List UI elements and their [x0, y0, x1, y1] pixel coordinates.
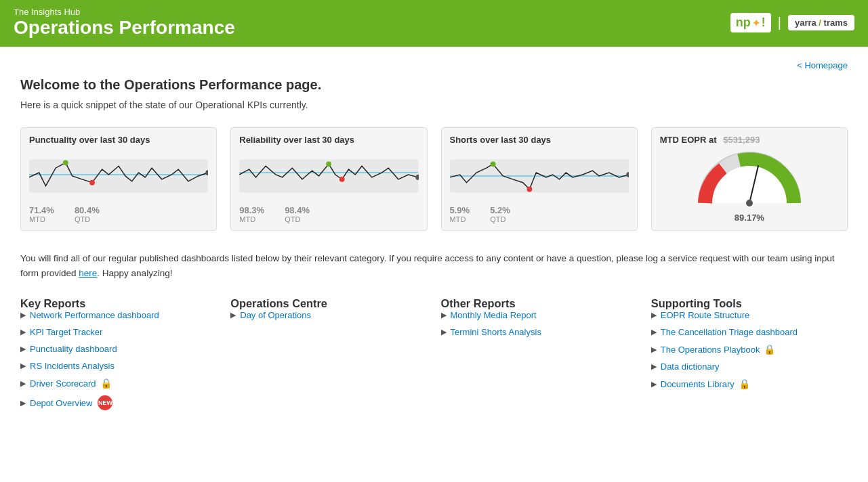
kpi-reliability-qtd-value: 98.4%	[285, 205, 310, 215]
report-link-3-4[interactable]: Documents Library	[661, 379, 735, 389]
kpi-punctuality-mtd-value: 71.4%	[29, 205, 54, 215]
kpi-shorts-chart	[450, 149, 629, 200]
report-item-0-4: ▶Driver Scorecard🔒	[20, 378, 217, 389]
report-item-3-3: ▶Data dictionary	[651, 362, 848, 372]
welcome-subtitle: Here is a quick snippet of the state of …	[20, 100, 848, 110]
page-title: Operations Performance	[14, 17, 235, 39]
reports-col-0: Key Reports▶Network Performance dashboar…	[20, 297, 217, 417]
reports-col-2: Other Reports▶Monthly Media Report▶Termi…	[441, 297, 638, 417]
report-link-0-2[interactable]: Punctuality dashboard	[30, 344, 117, 354]
kpi-reliability-mtd-value: 98.3%	[239, 205, 264, 215]
arrow-icon: ▶	[20, 311, 26, 320]
reports-col-heading-1: Operations Centre	[230, 297, 427, 310]
kpi-shorts-mtd-value: 5.9%	[450, 205, 470, 215]
kpi-shorts-values: 5.9% MTD 5.2% QTD	[450, 205, 629, 223]
report-link-0-1[interactable]: KPI Target Tracker	[30, 327, 102, 337]
report-item-0-5: ▶Depot OverviewNEW	[20, 395, 217, 410]
arrow-icon: ▶	[20, 379, 26, 388]
reports-col-heading-3: Supporting Tools	[651, 297, 848, 310]
homepage-link[interactable]: < Homepage	[797, 60, 848, 70]
reports-grid: Key Reports▶Network Performance dashboar…	[20, 297, 848, 417]
report-link-2-0[interactable]: Monthly Media Report	[451, 310, 537, 320]
description-text: You will find all of our regular publish…	[20, 251, 848, 280]
welcome-title: Welcome to the Operations Performance pa…	[20, 77, 848, 93]
kpi-shorts-qtd-value: 5.2%	[490, 205, 510, 215]
report-item-2-0: ▶Monthly Media Report	[441, 310, 638, 320]
svg-point-16	[746, 200, 753, 206]
reports-col-1: Operations Centre▶Day of Operations	[230, 297, 427, 417]
main-content: < Homepage Welcome to the Operations Per…	[0, 47, 868, 431]
kpi-reliability-title: Reliability over last 30 days	[239, 135, 418, 145]
kpi-punctuality-chart	[29, 149, 208, 200]
logo-divider: |	[778, 15, 781, 30]
lock-icon: 🔒	[100, 378, 112, 389]
gauge-value-text: $531,293	[723, 135, 760, 145]
lock-icon: 🔒	[764, 344, 775, 355]
arrow-icon: ▶	[20, 399, 26, 408]
kpi-row: Punctuality over last 30 days	[20, 127, 848, 231]
kpi-reliability-mtd-label: MTD	[239, 215, 264, 223]
homepage-link-container: < Homepage	[20, 60, 848, 70]
report-item-3-1: ▶The Cancellation Triage dashboard	[651, 327, 848, 337]
report-item-0-0: ▶Network Performance dashboard	[20, 310, 217, 320]
arrow-icon: ▶	[651, 328, 657, 336]
report-item-1-0: ▶Day of Operations	[230, 310, 427, 320]
report-item-3-0: ▶EOPR Route Structure	[651, 310, 848, 320]
svg-point-2	[63, 160, 68, 165]
reports-col-heading-2: Other Reports	[441, 297, 638, 310]
kpi-shorts-title: Shorts over last 30 days	[450, 135, 629, 145]
kpi-reliability-qtd-label: QTD	[285, 215, 310, 223]
report-link-1-0[interactable]: Day of Operations	[240, 310, 311, 320]
report-link-2-1[interactable]: Termini Shorts Analysis	[451, 327, 541, 337]
report-link-3-3[interactable]: Data dictionary	[661, 362, 720, 372]
kpi-punctuality-mtd: 71.4% MTD	[29, 205, 54, 223]
reports-col-heading-0: Key Reports	[20, 297, 217, 310]
svg-rect-0	[29, 159, 208, 192]
arrow-icon: ▶	[651, 362, 657, 371]
kpi-punctuality-mtd-label: MTD	[29, 215, 54, 223]
svg-point-7	[326, 161, 331, 167]
kpi-reliability-card: Reliability over last 30 days 98.3% MTD	[230, 127, 427, 231]
lock-icon: 🔒	[739, 378, 750, 389]
kpi-reliability-qtd: 98.4% QTD	[285, 205, 310, 223]
kpi-punctuality-values: 71.4% MTD 80.4% QTD	[29, 205, 208, 223]
star-icon: ✦	[752, 18, 760, 28]
report-item-0-1: ▶KPI Target Tracker	[20, 327, 217, 337]
report-item-0-3: ▶RS Incidents Analysis	[20, 361, 217, 371]
header-right: np✦! | yarra / trams	[730, 13, 854, 32]
arrow-icon: ▶	[20, 362, 26, 370]
report-item-3-4: ▶Documents Library🔒	[651, 378, 848, 389]
report-link-3-2[interactable]: The Operations Playbook	[661, 345, 760, 355]
kpi-eopr-card: MTD EOPR at $531,293	[651, 127, 848, 231]
kpi-shorts-mtd-label: MTD	[450, 215, 470, 223]
yarra-slash: /	[819, 18, 821, 28]
gauge-title-text: MTD EOPR at	[660, 135, 717, 145]
svg-point-8	[339, 177, 345, 182]
kpi-punctuality-qtd-label: QTD	[75, 215, 100, 223]
gauge-title: MTD EOPR at $531,293	[660, 135, 839, 145]
kpi-reliability-values: 98.3% MTD 98.4% QTD	[239, 205, 418, 223]
description-link[interactable]: here	[79, 268, 97, 278]
arrow-icon: ▶	[441, 328, 447, 336]
report-link-0-3[interactable]: RS Incidents Analysis	[30, 361, 115, 371]
description-after: . Happy analyzing!	[97, 268, 172, 278]
report-link-0-0[interactable]: Network Performance dashboard	[30, 310, 159, 320]
reports-col-3: Supporting Tools▶EOPR Route Structure▶Th…	[651, 297, 848, 417]
report-link-3-1[interactable]: The Cancellation Triage dashboard	[661, 327, 798, 337]
kpi-punctuality-qtd-value: 80.4%	[75, 205, 100, 215]
arrow-icon: ▶	[651, 345, 657, 354]
arrow-icon: ▶	[230, 311, 236, 320]
report-link-0-4[interactable]: Driver Scorecard	[30, 378, 96, 389]
arrow-icon: ▶	[651, 311, 657, 320]
report-item-0-2: ▶Punctuality dashboard	[20, 344, 217, 354]
new-badge: NEW	[98, 395, 112, 410]
gauge-chart	[695, 149, 804, 210]
header-left: The Insights Hub Operations Performance	[14, 7, 235, 39]
report-link-3-0[interactable]: EOPR Route Structure	[661, 310, 750, 320]
kpi-reliability-chart	[239, 149, 418, 200]
report-link-0-5[interactable]: Depot Overview	[30, 398, 92, 408]
yarra-trams-logo: yarra / trams	[788, 15, 854, 30]
hub-name: The Insights Hub	[14, 7, 235, 17]
page-header: The Insights Hub Operations Performance …	[0, 0, 868, 47]
kpi-punctuality-title: Punctuality over last 30 days	[29, 135, 208, 145]
